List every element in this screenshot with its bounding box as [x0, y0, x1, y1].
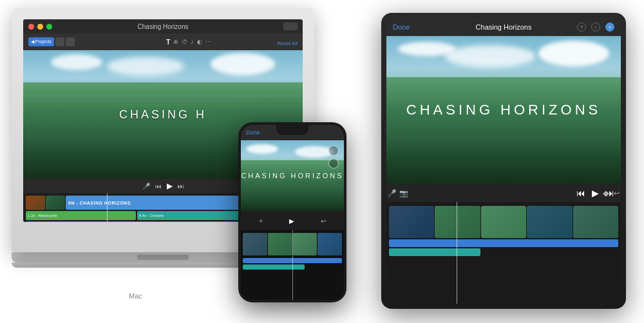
ipad-cloud-2 — [445, 45, 535, 68]
audio-clip-1[interactable]: 1.2s - Motorcycle — [26, 211, 136, 220]
ipad-clips-row — [389, 206, 618, 238]
ipad-audio-row-2 — [389, 248, 618, 256]
ipad-hills — [386, 77, 621, 184]
microphone-icon[interactable]: 🎤 — [142, 183, 150, 190]
crop-icon[interactable]: ⊕ — [173, 39, 178, 45]
laptop-titlebar: Chasing Horizons — [23, 19, 303, 33]
laptop-video-title: CHASING H — [119, 108, 207, 122]
iphone-audio-bar-2[interactable] — [243, 264, 305, 270]
cloud-2 — [107, 57, 184, 76]
iphone-cloud-1 — [246, 144, 278, 154]
iphone-body: Done CHASING HORIZONS — [238, 122, 346, 302]
terrace-2 — [23, 104, 303, 106]
toolbar-btn-2[interactable] — [66, 37, 75, 46]
iphone-add-icon[interactable]: + — [259, 217, 263, 225]
iphone-controls: + ▶ ↩ — [241, 211, 344, 230]
iphone-clip-3[interactable] — [293, 233, 317, 255]
ipad-mic-icon[interactable]: 🎤 — [388, 189, 397, 198]
text-tool-icon[interactable]: T — [166, 39, 170, 46]
ipad-clip-4[interactable] — [527, 206, 572, 238]
play-icon[interactable]: ▶ — [167, 181, 173, 190]
ipad-audio-row-1 — [389, 239, 618, 247]
ipad-audio-clip-2[interactable] — [389, 248, 480, 256]
ipad-skip-back-icon[interactable]: ⏮ — [576, 188, 585, 198]
cloud-3 — [211, 53, 275, 75]
ipad-playhead — [457, 202, 457, 304]
fullscreen-icon[interactable] — [46, 24, 52, 30]
toolbar-btn-1[interactable] — [55, 37, 64, 46]
ipad-add-icon[interactable]: + — [605, 23, 614, 32]
ipad-help-icon[interactable]: ? — [577, 23, 586, 32]
iphone-overlay-btn-2[interactable] — [328, 158, 339, 169]
iphone-notch — [276, 125, 308, 135]
ipad-play-icon[interactable]: ▶ — [592, 188, 599, 198]
scene: Chasing Horizons ◀ Projects T ⊕ — [0, 0, 644, 323]
skip-forward-icon[interactable]: ⏭ — [178, 183, 184, 190]
iphone-video-preview: CHASING HORIZONS — [241, 140, 344, 211]
skip-back-icon[interactable]: ⏮ — [155, 183, 162, 190]
iphone-done-button[interactable]: Done — [246, 129, 260, 136]
terrace-1 — [23, 95, 303, 97]
ipad-clip-3[interactable] — [481, 206, 526, 238]
iphone-video-title: CHASING HORIZONS — [241, 172, 343, 180]
reset-all-button[interactable]: Reset All — [277, 41, 298, 46]
ipad-clip-2[interactable] — [435, 206, 480, 238]
ipad-video-title: CHASING HORIZONS — [406, 102, 601, 118]
laptop-toolbar: ◀ Projects T ⊕ ⏱ ♪ ◐ ⋯ Reset All — [23, 33, 303, 50]
laptop-window-title: Chasing Horizons — [138, 23, 189, 30]
traffic-lights — [28, 24, 52, 30]
iphone-play-icon[interactable]: ▶ — [289, 217, 294, 225]
iphone-undo-icon[interactable]: ↩ — [321, 217, 326, 225]
iphone-timeline — [241, 230, 344, 300]
ipad-toolbar-icons: ? ○ + — [577, 23, 614, 32]
ipad-undo-icon[interactable]: ↩ — [614, 189, 620, 198]
clip-thumbnail-1[interactable] — [26, 196, 45, 210]
ipad-done-button[interactable]: Done — [393, 23, 410, 31]
iphone-clip-2[interactable] — [268, 233, 292, 255]
laptop-notch — [137, 255, 189, 260]
iphone-screen: Done CHASING HORIZONS — [241, 125, 344, 300]
color-icon[interactable]: ◐ — [197, 39, 202, 45]
ipad-screen: Done Chasing Horizons ? ○ + — [386, 18, 621, 304]
stabilize-icon[interactable]: ⋯ — [205, 39, 211, 45]
iphone-playhead — [292, 230, 293, 300]
close-icon[interactable] — [28, 24, 34, 30]
iphone-cloud-2 — [295, 146, 334, 158]
mac-brand-label: Mac — [129, 292, 142, 300]
speed-icon[interactable]: ⏱ — [182, 39, 187, 45]
projects-button[interactable]: ◀ Projects — [28, 37, 54, 46]
ipad-titlebar: Done Chasing Horizons ? ○ + — [386, 18, 621, 36]
minimize-icon[interactable] — [37, 24, 43, 30]
iphone-overlay-btn-1[interactable] — [328, 145, 339, 156]
ipad-clip-5[interactable] — [573, 206, 618, 238]
playhead — [107, 193, 108, 222]
ipad-cloud-3 — [538, 41, 609, 66]
ipad-title: Chasing Horizons — [476, 23, 532, 31]
iphone-clip-4[interactable] — [317, 233, 342, 255]
ipad-photo-icon[interactable]: 📷 — [399, 189, 408, 198]
ipad-clip-1[interactable] — [389, 206, 434, 238]
audio-icon[interactable]: ♪ — [191, 39, 194, 45]
iphone-clip-1[interactable] — [243, 233, 267, 255]
clip-thumbnail-2[interactable] — [46, 196, 65, 210]
iphone: Done CHASING HORIZONS — [238, 122, 346, 302]
ipad: Done Chasing Horizons ? ○ + — [381, 13, 626, 309]
ipad-redo-icon[interactable]: ◆ — [603, 189, 608, 198]
ipad-settings-icon[interactable]: ○ — [591, 23, 600, 32]
ipad-timeline — [386, 202, 621, 304]
ipad-body: Done Chasing Horizons ? ○ + — [381, 13, 626, 309]
cloud-1 — [51, 54, 102, 70]
ipad-controls-bar: 🎤 📷 ⏮ ▶ ⏭ ↩ ◆ — [386, 184, 621, 202]
ipad-video-preview: CHASING HORIZONS — [386, 36, 621, 184]
ipad-audio-clip-1[interactable] — [389, 239, 618, 247]
